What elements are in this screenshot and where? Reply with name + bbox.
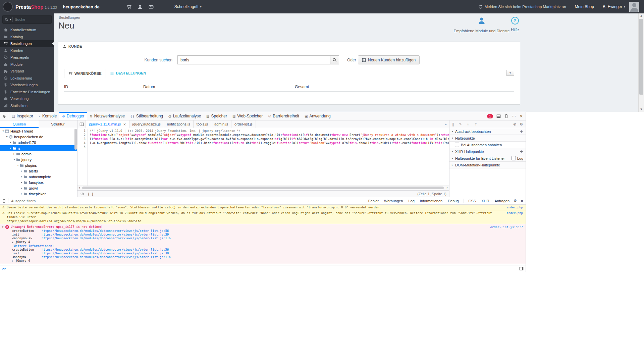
responsive-mode-icon[interactable] bbox=[504, 114, 508, 118]
add-icon[interactable]: + bbox=[520, 149, 523, 154]
sidebar-item-lokalisierung[interactable]: Lokalisierung bbox=[0, 75, 54, 82]
section-ausdruck-beobachten[interactable]: ▸Ausdruck beobachten+ bbox=[449, 128, 526, 135]
line-number[interactable]: 1 bbox=[77, 129, 86, 133]
line-number[interactable]: 2 bbox=[77, 133, 86, 137]
section-dom-mutation-haltepunkte[interactable]: ▸DOM-Mutation-Haltepunkte bbox=[449, 162, 526, 168]
filter-fehler[interactable]: Fehler bbox=[366, 199, 381, 203]
add-customer-button[interactable]: Neuen Kunden hinzufügen bbox=[358, 55, 420, 64]
tab-overflow-icon[interactable]: » bbox=[442, 120, 449, 128]
page-scrollbar[interactable]: ▲ ▼ bbox=[638, 13, 644, 112]
my-shop-link[interactable]: Mein Shop bbox=[575, 4, 594, 9]
scroll-right-icon[interactable]: ▸ bbox=[447, 186, 448, 189]
tree-item-fancybox[interactable]: ▸fancybox bbox=[0, 180, 77, 185]
pause-on-exceptions-row[interactable]: Bei Ausnahmen anhalten bbox=[449, 142, 526, 148]
blackbox-source-icon[interactable] bbox=[80, 192, 84, 196]
filter-css[interactable]: CSS bbox=[467, 199, 478, 203]
tab-struktur[interactable]: Struktur bbox=[39, 120, 77, 128]
line-number[interactable]: 5 bbox=[77, 145, 86, 149]
file-tab-jquery-autosize-js[interactable]: jquery.autosize.js bbox=[129, 120, 164, 128]
devtools-tab-anwendung[interactable]: ▣Anwendung bbox=[302, 112, 333, 120]
stack-group[interactable]: ▸jQuery 4 bbox=[12, 259, 523, 263]
devtools-tab-speicher[interactable]: ▦Speicher bbox=[204, 112, 230, 120]
tab-bestellungen[interactable]: BESTELLUNGEN bbox=[106, 69, 150, 78]
close-split-console-icon[interactable]: × bbox=[520, 199, 524, 203]
avatar[interactable] bbox=[629, 2, 639, 12]
sidebar-search-input[interactable] bbox=[14, 17, 49, 22]
message-location[interactable]: index.php bbox=[506, 205, 523, 209]
expand-caret-icon[interactable]: ▸ bbox=[12, 240, 15, 244]
line-number[interactable]: 4 bbox=[77, 141, 86, 145]
stack-link[interactable]: https://heupaeckchen.de/modules/dpdconne… bbox=[42, 237, 171, 240]
tree-item-plugins[interactable]: ▾plugins bbox=[0, 162, 77, 168]
debugger-settings-icon[interactable]: ⚙ bbox=[520, 122, 523, 126]
marketplace-link[interactable]: Melden Sie sich beim Prestashop Marktpla… bbox=[478, 5, 566, 9]
customer-search-input[interactable] bbox=[177, 55, 330, 64]
step-over-icon[interactable]: ↷ bbox=[459, 122, 462, 126]
sidebar-item-statistiken[interactable]: Statistiken bbox=[0, 102, 54, 109]
filter-anfragen[interactable]: Anfragen bbox=[492, 199, 512, 203]
quick-access-menu[interactable]: Schnellzugriff ▾ bbox=[174, 4, 202, 9]
disable-breakpoints-icon[interactable]: ⊘ bbox=[513, 122, 516, 126]
log-checkbox[interactable] bbox=[512, 156, 516, 160]
file-tab-notifications-js[interactable]: notifications.js bbox=[164, 120, 194, 128]
line-number[interactable]: 3 bbox=[77, 137, 86, 141]
toggle-sources-panel-button[interactable] bbox=[77, 120, 86, 128]
horizontal-scrollbar[interactable]: ◂ ▸ bbox=[77, 186, 449, 190]
filter-informationen[interactable]: Informationen bbox=[418, 199, 444, 203]
stack-link[interactable]: https://heupaeckchen.de/modules/dpdconne… bbox=[42, 229, 169, 233]
file-tab-admin-js[interactable]: admin.js bbox=[211, 120, 231, 128]
devtools-tab-konsole[interactable]: »Konsole bbox=[36, 112, 60, 120]
collapse-caret-icon[interactable]: ▾ bbox=[1, 130, 5, 133]
close-tab-icon[interactable]: × bbox=[123, 122, 126, 126]
console-filter-input[interactable] bbox=[10, 199, 109, 203]
devtools-tab-debugger[interactable]: ⊚Debugger bbox=[59, 112, 87, 120]
close-devtools-icon[interactable]: × bbox=[520, 114, 523, 118]
error-count-badge[interactable]: 1 bbox=[487, 114, 493, 118]
user-menu[interactable]: B. Ewinger ▾ bbox=[603, 4, 625, 9]
scrollbar-thumb[interactable] bbox=[82, 187, 444, 189]
tree-item-jquery[interactable]: ▾jquery bbox=[0, 157, 77, 162]
sidebar-item-module[interactable]: Module bbox=[0, 61, 54, 68]
collapse-caret-icon[interactable]: ▾ bbox=[16, 164, 20, 167]
section-haltepunkte-fur-event-listener[interactable]: ▸Haltepunkte für Event ListenerLog bbox=[449, 155, 526, 162]
tree-scrollbar-thumb[interactable] bbox=[74, 129, 77, 150]
recommended-modules-link[interactable]: Empfohlene Module und Dienste bbox=[453, 17, 510, 33]
stack-group[interactable]: ▸jQuery 4 bbox=[12, 240, 523, 244]
devtools-tab-stilbearbeitung[interactable]: {}Stilbearbeitung bbox=[127, 112, 166, 120]
customer-search-button[interactable] bbox=[330, 55, 339, 64]
code-view[interactable]: 12345 /*! jQuery v1.11.0 | (c) 2005, 201… bbox=[77, 128, 449, 186]
sidebar-item-kunden[interactable]: Kunden bbox=[0, 47, 54, 54]
filter-warnungen[interactable]: Warnungen bbox=[382, 199, 405, 203]
expand-caret-icon[interactable]: ▸ bbox=[20, 169, 23, 172]
stack-link[interactable]: https://heupaeckchen.de/modules/dpdconne… bbox=[42, 252, 169, 255]
split-console-icon[interactable] bbox=[496, 114, 501, 118]
collapse-caret-icon[interactable]: ▾ bbox=[9, 147, 12, 150]
devtools-menu-icon[interactable]: ⋯ bbox=[512, 114, 516, 118]
file-tab-order-list-js[interactable]: order-list.js bbox=[231, 120, 256, 128]
cart-icon[interactable] bbox=[126, 4, 131, 9]
tree-item-admin[interactable]: ▸admin bbox=[0, 151, 77, 157]
tree-item-autocomplete[interactable]: ▸autocomplete bbox=[0, 174, 77, 180]
pause-icon[interactable]: ‖ bbox=[452, 122, 454, 126]
collapse-caret-icon[interactable]: ▾ bbox=[5, 135, 9, 138]
devtools-tab-inspektor[interactable]: ▤Inspektor bbox=[9, 112, 36, 120]
expand-caret-icon[interactable]: ▸ bbox=[20, 175, 23, 178]
tab-warenkorbe[interactable]: WARENKÖRBE bbox=[64, 69, 106, 78]
section-haltepunkte[interactable]: ▾Haltepunkte bbox=[449, 135, 526, 142]
scrollbar-thumb[interactable] bbox=[639, 19, 643, 95]
sidebar-search[interactable]: ▾ bbox=[2, 15, 52, 24]
sidebar-item-preisregeln[interactable]: Preisregeln bbox=[0, 54, 54, 61]
tree-item-growl[interactable]: ▸growl bbox=[0, 185, 77, 191]
file-tab-tools-js[interactable]: tools.js bbox=[194, 120, 211, 128]
scroll-left-icon[interactable]: ◂ bbox=[78, 186, 80, 189]
stack-link[interactable]: https://heupaeckchen.de/modules/dpdconne… bbox=[42, 233, 169, 237]
message-location[interactable]: index.php bbox=[506, 211, 523, 215]
clear-console-icon[interactable] bbox=[2, 199, 6, 203]
sidebar-item-verwaltung[interactable]: Verwaltung bbox=[0, 95, 54, 102]
message-link[interactable]: https://developer.mozilla.org/de/docs/We… bbox=[7, 219, 502, 223]
devtools-tab-web-speicher[interactable]: ▥Web-Speicher bbox=[230, 112, 265, 120]
sidebar-item-versand[interactable]: Versand bbox=[0, 68, 54, 75]
stack-link[interactable]: https://heupaeckchen.de/modules/dpdconne… bbox=[42, 248, 169, 252]
sidebar-item-katalog[interactable]: Katalog bbox=[0, 34, 54, 41]
expand-caret-icon[interactable]: ▸ bbox=[20, 181, 23, 184]
